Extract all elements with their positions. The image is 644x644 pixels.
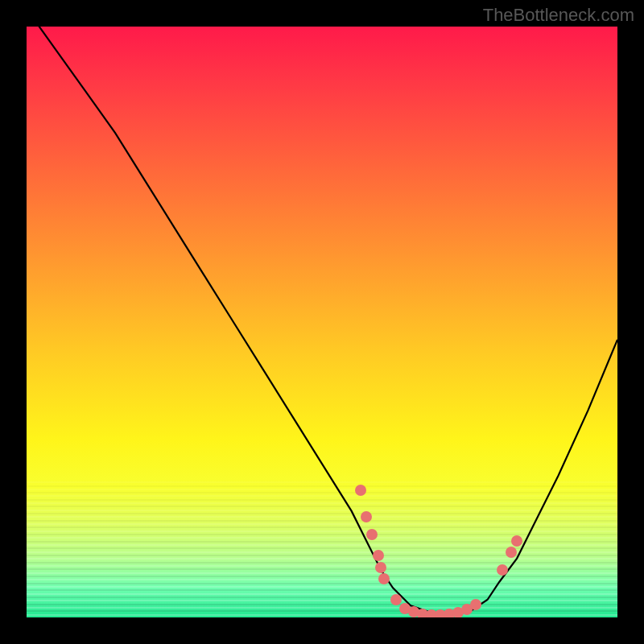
data-point [366,529,378,540]
data-point [470,599,481,610]
attribution-text: TheBottleneck.com [483,5,634,26]
data-point [511,535,522,547]
data-point [378,573,390,584]
plot-area [27,27,617,617]
data-point [361,511,372,522]
data-point [373,550,384,561]
data-point [375,562,386,573]
data-point [390,594,402,605]
data-point [355,485,366,496]
data-point [506,547,517,558]
data-point [497,564,508,576]
bottleneck-curve [27,27,617,617]
